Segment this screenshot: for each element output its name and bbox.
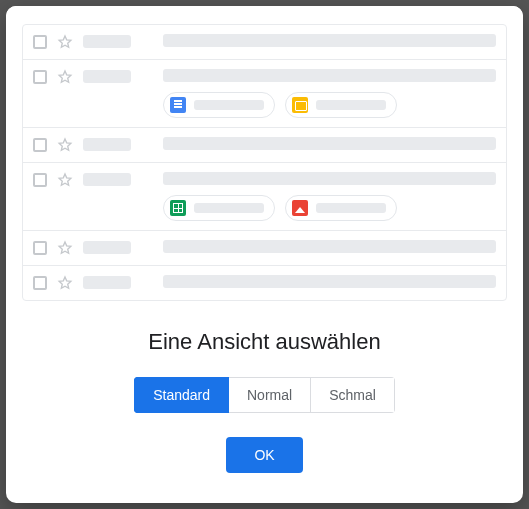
preview-row: [23, 128, 506, 163]
star-icon: [57, 172, 73, 188]
star-icon: [57, 137, 73, 153]
preview-row: [23, 231, 506, 266]
sheets-icon: [170, 200, 186, 216]
attachment-chip: [285, 195, 397, 221]
attachment-chip: [163, 92, 275, 118]
preview-list: [22, 24, 507, 301]
option-schmal[interactable]: Schmal: [311, 377, 395, 413]
checkbox-placeholder: [33, 241, 47, 255]
subject-placeholder: [163, 172, 496, 185]
sender-placeholder: [83, 276, 131, 289]
checkbox-placeholder: [33, 173, 47, 187]
checkbox-placeholder: [33, 35, 47, 49]
docs-icon: [170, 97, 186, 113]
chip-label-placeholder: [194, 203, 264, 213]
checkbox-placeholder: [33, 276, 47, 290]
dialog-title: Eine Ansicht auswählen: [26, 329, 503, 355]
chip-label-placeholder: [316, 100, 386, 110]
star-icon: [57, 69, 73, 85]
chip-label-placeholder: [194, 100, 264, 110]
preview-row: [23, 25, 506, 60]
image-icon: [292, 200, 308, 216]
preview-row: [23, 163, 506, 231]
dialog-controls: Eine Ansicht auswählen Standard Normal S…: [6, 301, 523, 495]
checkbox-placeholder: [33, 70, 47, 84]
subject-placeholder: [163, 69, 496, 82]
subject-placeholder: [163, 137, 496, 150]
density-dialog: Eine Ansicht auswählen Standard Normal S…: [6, 6, 523, 503]
sender-placeholder: [83, 241, 131, 254]
attachment-chip: [163, 195, 275, 221]
chip-label-placeholder: [316, 203, 386, 213]
ok-button[interactable]: OK: [226, 437, 302, 473]
sender-placeholder: [83, 35, 131, 48]
sender-placeholder: [83, 70, 131, 83]
option-normal[interactable]: Normal: [229, 377, 311, 413]
preview-row: [23, 60, 506, 128]
slides-icon: [292, 97, 308, 113]
subject-placeholder: [163, 275, 496, 288]
star-icon: [57, 34, 73, 50]
star-icon: [57, 240, 73, 256]
star-icon: [57, 275, 73, 291]
checkbox-placeholder: [33, 138, 47, 152]
option-standard[interactable]: Standard: [134, 377, 229, 413]
sender-placeholder: [83, 173, 131, 186]
subject-placeholder: [163, 240, 496, 253]
sender-placeholder: [83, 138, 131, 151]
preview-row: [23, 266, 506, 300]
subject-placeholder: [163, 34, 496, 47]
density-option-group: Standard Normal Schmal: [134, 377, 395, 413]
attachment-chip: [285, 92, 397, 118]
preview-area: [6, 6, 523, 301]
